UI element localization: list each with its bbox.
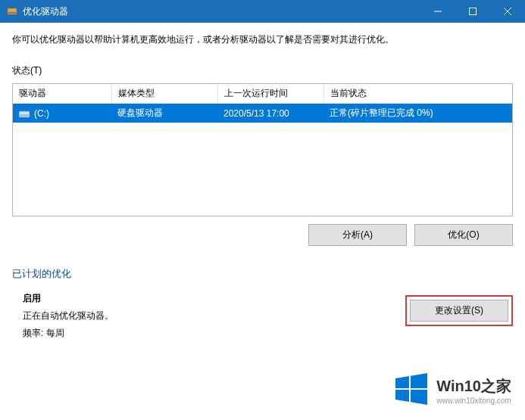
maximize-button[interactable]: [455, 0, 490, 23]
svg-marker-9: [411, 373, 427, 388]
svg-rect-3: [470, 8, 477, 15]
windows-logo-icon: [392, 371, 429, 409]
watermark-text: Win10之家 www.win10xitong.com: [436, 376, 511, 405]
window-title: 优化驱动器: [23, 5, 68, 18]
svg-rect-1: [8, 12, 16, 14]
app-icon: [6, 5, 18, 17]
titlebar: 优化驱动器: [0, 0, 525, 23]
watermark: Win10之家 www.win10xitong.com: [392, 371, 511, 409]
minimize-button[interactable]: [420, 0, 455, 23]
svg-marker-11: [411, 390, 427, 405]
close-button[interactable]: [490, 0, 525, 23]
action-buttons-row: 分析(A) 优化(O): [12, 224, 513, 246]
table-row[interactable]: (C:) 硬盘驱动器 2020/5/13 17:00 正常(碎片整理已完成 0%…: [13, 104, 512, 123]
window-controls: [420, 0, 525, 23]
drives-table-wrap: 驱动器 媒体类型 上一次运行时间 当前状态 (C:): [12, 83, 513, 216]
status-label: 状态(T): [12, 64, 513, 77]
watermark-brand: Win10之家: [436, 376, 511, 397]
scheduled-frequency: 频率: 每周: [23, 325, 513, 342]
scheduled-enabled-label: 启用: [23, 293, 41, 303]
svg-rect-7: [20, 114, 29, 117]
drives-table: 驱动器 媒体类型 上一次运行时间 当前状态 (C:): [13, 84, 512, 123]
scheduled-freq-value: 每周: [46, 328, 64, 338]
svg-marker-8: [395, 376, 409, 388]
cell-drive-text: (C:): [34, 108, 49, 119]
col-header-media[interactable]: 媒体类型: [111, 84, 217, 104]
col-header-last-run[interactable]: 上一次运行时间: [217, 84, 323, 104]
cell-drive: (C:): [13, 104, 111, 123]
col-header-current[interactable]: 当前状态: [323, 84, 512, 104]
change-settings-highlight: 更改设置(S): [405, 295, 513, 326]
optimize-button[interactable]: 优化(O): [414, 224, 513, 246]
scheduled-section-title: 已计划的优化: [12, 267, 513, 281]
cell-last-run: 2020/5/13 17:00: [217, 104, 323, 123]
col-header-drive[interactable]: 驱动器: [13, 84, 111, 104]
svg-marker-10: [395, 390, 409, 402]
change-settings-button[interactable]: 更改设置(S): [410, 300, 508, 322]
cell-media: 硬盘驱动器: [111, 104, 217, 123]
drive-icon: [19, 109, 31, 118]
description-text: 你可以优化驱动器以帮助计算机更高效地运行，或者分析驱动器以了解是否需要对其进行优…: [12, 33, 513, 46]
scheduled-freq-label: 频率:: [23, 328, 43, 338]
analyze-button[interactable]: 分析(A): [308, 224, 407, 246]
content-area: 你可以优化驱动器以帮助计算机更高效地运行，或者分析驱动器以了解是否需要对其进行优…: [0, 23, 525, 341]
watermark-url: www.win10xitong.com: [436, 397, 511, 405]
cell-current: 正常(碎片整理已完成 0%): [323, 104, 512, 123]
